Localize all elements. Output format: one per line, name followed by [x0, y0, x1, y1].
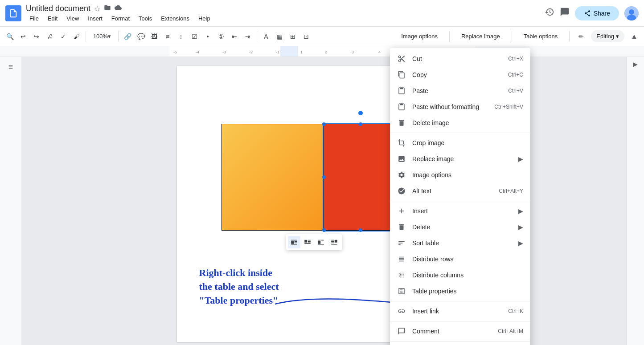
menu-extensions[interactable]: Extensions: [157, 14, 193, 23]
svg-text:2: 2: [325, 50, 327, 54]
svg-text:3: 3: [352, 50, 354, 54]
cut-label: Cut: [412, 55, 503, 62]
context-menu-distribute-rows[interactable]: Distribute rows: [390, 251, 530, 267]
context-tab-replace-image[interactable]: Replace image: [455, 30, 506, 42]
context-menu-delete-image[interactable]: Delete image: [390, 115, 530, 131]
distribute-rows-icon: [397, 255, 406, 264]
numbered-btn[interactable]: ①: [215, 29, 227, 44]
menu-bar: File Edit View Insert Format Tools Exten…: [26, 14, 545, 23]
context-menu-sort-table[interactable]: Sort table ▶: [390, 235, 530, 251]
handle-tm[interactable]: [359, 122, 362, 126]
collapse-toolbar-btn[interactable]: ▲: [628, 30, 640, 43]
handle-bm[interactable]: [359, 228, 362, 232]
border-btn[interactable]: ▦: [273, 29, 286, 44]
context-menu-insert[interactable]: Insert ▶: [390, 203, 530, 219]
expand-icon[interactable]: ▶: [633, 61, 638, 68]
star-icon[interactable]: ☆: [94, 4, 100, 13]
cellformat-btn[interactable]: ⊞: [287, 29, 299, 44]
highlight-btn[interactable]: A: [260, 29, 272, 44]
title-bar-right: Share: [545, 6, 639, 20]
context-menu-paste-no-format[interactable]: Paste without formatting Ctrl+Shift+V: [390, 99, 530, 115]
link-btn[interactable]: 🔗: [121, 29, 134, 44]
avatar[interactable]: [624, 6, 639, 20]
doc-table[interactable]: [222, 124, 398, 231]
outline-icon[interactable]: ≡: [8, 62, 13, 72]
paste-shortcut: Ctrl+V: [508, 88, 523, 94]
comment-btn[interactable]: 💬: [135, 29, 147, 44]
handle-top[interactable]: [358, 111, 363, 115]
context-menu-delete[interactable]: Delete ▶: [390, 219, 530, 235]
context-menu-comment[interactable]: Comment Ctrl+Alt+M: [390, 323, 530, 339]
table-cell-yellow[interactable]: [222, 124, 324, 231]
context-menu-copy[interactable]: Copy Ctrl+C: [390, 67, 530, 83]
insert-link-shortcut: Ctrl+K: [508, 308, 523, 314]
context-menu-replace-image[interactable]: Replace image ▶: [390, 151, 530, 167]
canvas-area[interactable]: Right-click inside the table and select …: [21, 57, 626, 345]
paintformat-btn[interactable]: 🖌: [70, 29, 83, 44]
editing-dropdown[interactable]: Editing ▾: [591, 30, 624, 42]
checklist-btn[interactable]: ☑: [188, 29, 201, 44]
svg-rect-15: [291, 240, 297, 241]
svg-rect-29: [331, 240, 334, 241]
handle-bl[interactable]: [322, 228, 326, 232]
spellcheck-btn[interactable]: ✓: [57, 29, 70, 44]
folder-icon[interactable]: [104, 4, 111, 13]
context-menu-cut[interactable]: Cut Ctrl+X: [390, 51, 530, 67]
search-btn[interactable]: 🔍: [4, 29, 16, 44]
context-menu-table-properties[interactable]: Table properties: [390, 283, 530, 299]
align-break-btn[interactable]: [315, 236, 327, 248]
context-menu-image-options[interactable]: Image options: [390, 167, 530, 183]
zoom-select[interactable]: 100% ▾: [89, 29, 115, 44]
menu-insert[interactable]: Insert: [84, 14, 106, 23]
svg-rect-20: [308, 240, 310, 241]
delete-image-icon: [397, 118, 406, 127]
divider-1: [86, 31, 86, 42]
align-wrap-left-btn[interactable]: [301, 236, 314, 248]
align-wrap-right-btn[interactable]: [328, 236, 340, 248]
cloud-icon[interactable]: [115, 4, 122, 13]
sort-icon: [397, 239, 406, 248]
context-menu-crop-image[interactable]: Crop image: [390, 135, 530, 151]
table-cell-orange[interactable]: [324, 124, 397, 231]
menu-tools[interactable]: Tools: [135, 14, 156, 23]
menu-format[interactable]: Format: [108, 14, 133, 23]
share-button[interactable]: Share: [575, 6, 619, 20]
right-panel: ▶: [626, 57, 644, 345]
print-btn[interactable]: 🖨: [44, 29, 56, 44]
context-menu-view-more[interactable]: View more actions ▶: [390, 343, 530, 345]
image-btn[interactable]: 🖼: [148, 29, 160, 44]
indent-more-btn[interactable]: ⇥: [242, 29, 254, 44]
pencil-icon[interactable]: ✏: [575, 29, 587, 44]
svg-rect-16: [291, 241, 294, 244]
handle-lm[interactable]: [322, 175, 326, 179]
menu-help[interactable]: Help: [195, 14, 214, 23]
dropdown-arrow: ▾: [616, 33, 619, 40]
context-menu-alt-text[interactable]: Alt text Ctrl+Alt+Y: [390, 183, 530, 199]
svg-rect-21: [304, 240, 307, 243]
distribute-cols-label: Distribute columns: [412, 272, 523, 279]
app-icon: [5, 5, 21, 21]
context-menu-paste[interactable]: Paste Ctrl+V: [390, 83, 530, 99]
undo-btn[interactable]: ↩: [17, 29, 29, 44]
context-menu-insert-link[interactable]: Insert link Ctrl+K: [390, 303, 530, 319]
history-icon[interactable]: [545, 7, 554, 19]
menu-file[interactable]: File: [26, 14, 42, 23]
svg-rect-33: [331, 244, 337, 245]
redo-btn[interactable]: ↪: [30, 29, 43, 44]
context-tab-image-options[interactable]: Image options: [395, 30, 444, 42]
doc-title[interactable]: Untitled document: [26, 4, 90, 13]
svg-rect-23: [308, 243, 310, 244]
handle-tl[interactable]: [322, 122, 326, 126]
alt-text-icon: [397, 187, 406, 195]
indent-less-btn[interactable]: ⇤: [228, 29, 241, 44]
menu-view[interactable]: View: [63, 14, 82, 23]
bullet-btn[interactable]: •: [201, 29, 214, 44]
context-menu-distribute-cols[interactable]: Distribute columns: [390, 267, 530, 283]
align-btn[interactable]: ≡: [161, 29, 174, 44]
context-tab-table-options[interactable]: Table options: [517, 30, 564, 42]
align-inline-btn[interactable]: [288, 236, 300, 248]
line-spacing-btn[interactable]: ↕: [175, 29, 187, 44]
chat-icon[interactable]: [560, 7, 570, 19]
menu-edit[interactable]: Edit: [44, 14, 61, 23]
crop-btn[interactable]: ⊡: [300, 29, 312, 44]
